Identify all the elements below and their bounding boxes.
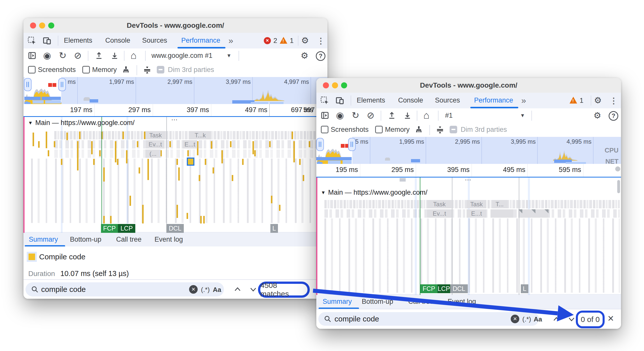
- toggle-sidebar-icon[interactable]: [321, 111, 329, 120]
- selection-handle-left[interactable]: ||: [316, 138, 324, 151]
- tab-elements[interactable]: Elements: [357, 93, 385, 108]
- history-dropdown-icon[interactable]: ▼: [520, 113, 525, 118]
- flame-call-block[interactable]: (...: [145, 149, 161, 158]
- tab-bottom-up[interactable]: Bottom-up: [362, 298, 393, 306]
- warning-badge-icon[interactable]: !: [570, 97, 577, 104]
- capture-settings-gear-icon[interactable]: ⚙: [301, 51, 308, 60]
- tab-summary[interactable]: Summary: [323, 298, 352, 306]
- timeline-overview[interactable]: 995 ms 1,995 ms 2,995 ms 3,995 ms 4,995 …: [316, 137, 621, 164]
- selection-handle-right[interactable]: ||: [348, 138, 356, 151]
- flame-chart[interactable]: ⋯ ▼Main — https://www.google.com/ Task T…: [23, 116, 327, 233]
- flame-block[interactable]: [491, 209, 513, 218]
- disclosure-triangle-icon[interactable]: ▼: [28, 120, 33, 126]
- clear-search-icon[interactable]: ×: [189, 285, 198, 294]
- tab-event-log[interactable]: Event log: [154, 236, 183, 243]
- flame-event-block[interactable]: E...t: [467, 209, 486, 218]
- l-marker-badge[interactable]: L: [270, 224, 278, 233]
- scroll-indicator[interactable]: [615, 166, 620, 171]
- home-icon[interactable]: ⌂: [131, 50, 137, 60]
- history-select-value[interactable]: www.google.com #1: [151, 52, 213, 60]
- search-field[interactable]: compile code × (.*) Aa: [25, 282, 224, 296]
- titlebar[interactable]: DevTools - www.google.com/: [316, 78, 621, 93]
- tab-elements[interactable]: Elements: [64, 33, 92, 48]
- search-input[interactable]: compile code: [41, 285, 86, 294]
- memory-checkbox[interactable]: [82, 66, 90, 73]
- dim-3rd-parties-checkbox[interactable]: [157, 66, 164, 73]
- flame-event-block[interactable]: Ev...t: [146, 140, 165, 148]
- flame-task-block[interactable]: T...k: [189, 131, 211, 139]
- more-tabs-icon[interactable]: »: [521, 93, 526, 108]
- tab-console[interactable]: Console: [105, 33, 130, 48]
- selected-flame-event[interactable]: [187, 158, 194, 166]
- match-case-toggle[interactable]: Aa: [534, 315, 542, 323]
- screenshots-checkbox[interactable]: [321, 126, 328, 133]
- lcp-marker-badge[interactable]: LCP: [437, 284, 450, 293]
- tab-summary[interactable]: Summary: [29, 236, 58, 243]
- screenshots-checkbox[interactable]: [28, 66, 36, 73]
- download-profile-icon[interactable]: [403, 111, 412, 121]
- home-icon[interactable]: ⌂: [423, 110, 429, 120]
- tab-event-log[interactable]: Event log: [448, 298, 476, 306]
- tab-call-tree[interactable]: Call tree: [116, 236, 142, 243]
- collect-garbage-icon[interactable]: [414, 125, 423, 135]
- regex-toggle[interactable]: (.*): [522, 315, 531, 323]
- clear-icon[interactable]: ⊘: [74, 51, 82, 60]
- help-icon[interactable]: ?: [316, 51, 325, 61]
- warning-count[interactable]: 1: [580, 97, 583, 105]
- device-toolbar-icon[interactable]: [43, 36, 51, 46]
- clear-icon[interactable]: ⊘: [367, 111, 374, 120]
- flame-event-block[interactable]: Ev...t: [427, 209, 452, 218]
- titlebar[interactable]: DevTools - www.google.com/: [23, 18, 327, 33]
- settings-gear-icon[interactable]: ⚙: [594, 96, 602, 105]
- main-track-title[interactable]: ▼Main — https://www.google.com/: [28, 119, 135, 127]
- device-toolbar-icon[interactable]: [336, 96, 344, 106]
- toggle-sidebar-icon[interactable]: [28, 52, 36, 61]
- clear-search-icon[interactable]: ×: [511, 315, 519, 323]
- search-input[interactable]: compile code: [334, 315, 379, 323]
- inspect-element-icon[interactable]: [28, 36, 36, 46]
- next-match-icon[interactable]: [249, 286, 256, 293]
- lcp-marker-badge[interactable]: LCP: [118, 224, 135, 233]
- flame-task-block[interactable]: Task: [427, 200, 452, 208]
- disclosure-triangle-icon[interactable]: ▼: [321, 190, 326, 195]
- tab-sources[interactable]: Sources: [142, 33, 167, 48]
- menu-dots-icon[interactable]: ⋮: [317, 36, 325, 46]
- dcl-marker-badge[interactable]: DCL: [450, 284, 468, 293]
- dim-3rd-parties-checkbox[interactable]: [450, 126, 457, 133]
- download-profile-icon[interactable]: [110, 51, 119, 61]
- history-dropdown-icon[interactable]: ▼: [226, 53, 231, 59]
- record-icon[interactable]: ◉: [336, 111, 344, 120]
- history-select-value[interactable]: #1: [445, 112, 453, 119]
- capture-settings-gear-icon[interactable]: ⚙: [594, 111, 601, 120]
- tab-call-tree[interactable]: Call tree: [408, 298, 434, 306]
- selection-handle-left[interactable]: ||: [24, 78, 32, 91]
- reload-record-icon[interactable]: ↻: [352, 111, 359, 120]
- warning-count[interactable]: 1: [290, 37, 294, 45]
- reload-record-icon[interactable]: ↻: [59, 51, 66, 60]
- record-icon[interactable]: ◉: [43, 51, 51, 60]
- regex-toggle[interactable]: (.*): [201, 286, 210, 294]
- scrollbar-thumb[interactable]: [617, 180, 620, 193]
- tab-bottom-up[interactable]: Bottom-up: [70, 236, 101, 243]
- memory-checkbox[interactable]: [375, 126, 383, 133]
- inspect-element-icon[interactable]: [320, 96, 329, 106]
- flame-task-block[interactable]: Task: [467, 200, 486, 208]
- upload-profile-icon[interactable]: [95, 51, 103, 61]
- fcp-marker-badge[interactable]: FCP: [101, 224, 118, 233]
- selection-handle-right[interactable]: ||: [58, 78, 66, 91]
- help-icon[interactable]: ?: [609, 111, 618, 121]
- flame-task-block[interactable]: T...: [492, 200, 507, 208]
- collapse-tracks-icon[interactable]: [143, 65, 152, 76]
- settings-gear-icon[interactable]: ⚙: [301, 36, 309, 45]
- match-case-toggle[interactable]: Aa: [213, 286, 221, 294]
- flame-task-block[interactable]: Task: [145, 131, 166, 139]
- fcp-marker-badge[interactable]: FCP: [420, 284, 437, 293]
- flame-event-block[interactable]: E...t: [183, 140, 197, 148]
- more-tabs-icon[interactable]: »: [228, 33, 233, 48]
- main-track-title[interactable]: ▼Main — https://www.google.com/: [321, 189, 427, 196]
- flame-chart[interactable]: ⋯ ▼Main — https://www.google.com/ Task T…: [316, 177, 621, 295]
- tab-sources[interactable]: Sources: [435, 93, 460, 108]
- tab-performance[interactable]: Performance: [181, 33, 220, 48]
- collapse-tracks-icon[interactable]: [435, 125, 445, 135]
- previous-match-icon[interactable]: [553, 316, 559, 322]
